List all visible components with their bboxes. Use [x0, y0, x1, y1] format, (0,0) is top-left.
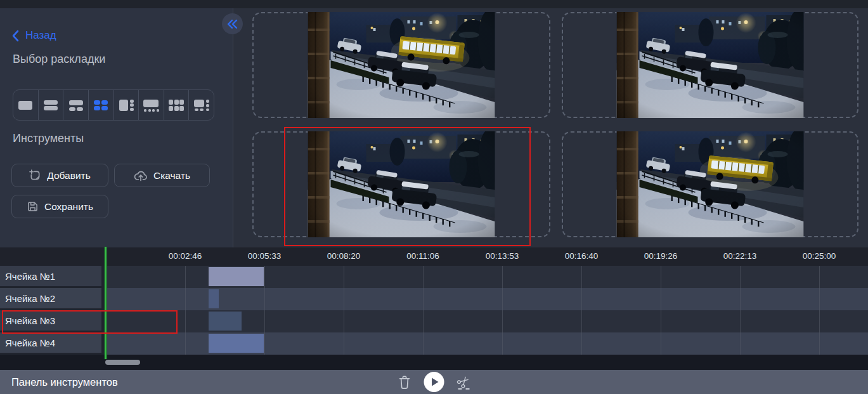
ruler-label: 00:25:00 [803, 251, 836, 261]
layout-option-single[interactable] [13, 90, 38, 120]
bottom-toolbar: Панель инструментов [0, 370, 868, 394]
layout-single-icon [17, 99, 34, 112]
camera-cell-4[interactable] [562, 131, 858, 237]
camera-frame-3 [308, 131, 495, 237]
chevrons-left-icon [226, 18, 239, 30]
timeline-row-4: Ячейка №4 [0, 332, 868, 355]
layout-option-one-plus-three-right[interactable] [113, 90, 139, 120]
tools-section-title: Инструменты [13, 132, 84, 145]
timeline-rows: Ячейка №1 Ячейка №2 Ячейка №3 Ячейка №4 [0, 266, 868, 355]
sidebar-divider [233, 8, 233, 247]
row-label-text: Ячейка №4 [5, 338, 55, 348]
timeline-track-2[interactable] [101, 288, 868, 310]
delete-button[interactable] [398, 374, 411, 390]
trash-icon [398, 374, 411, 390]
cloud-arrow-icon [134, 170, 148, 181]
row-label-cell-4[interactable]: Ячейка №4 [0, 332, 101, 355]
play-icon [424, 372, 444, 392]
layout-one-plus-row-bottom-icon [143, 99, 159, 112]
collapse-sidebar-button[interactable] [222, 13, 243, 34]
timeline-track-1[interactable] [101, 266, 868, 288]
row-label-cell-3[interactable]: Ячейка №3 [0, 310, 101, 332]
camera-frame-2 [617, 12, 804, 118]
layout-option-two-rows[interactable] [38, 90, 63, 120]
layout-option-mosaic[interactable] [188, 90, 214, 120]
window-top-strip [0, 0, 868, 8]
row-label-cell-1[interactable]: Ячейка №1 [0, 266, 101, 288]
scissors-icon [457, 375, 470, 390]
layout-mosaic-icon [193, 99, 210, 112]
row-label-text: Ячейка №2 [5, 293, 55, 304]
camera-frame-4 [617, 131, 804, 237]
timeline-scroll-area [0, 355, 868, 370]
layout-grid-2x2-icon [93, 99, 109, 112]
add-clip-icon [29, 169, 41, 181]
layout-two-rows-icon [42, 99, 59, 112]
timeline-scrollbar[interactable] [105, 360, 140, 365]
ruler-label: 00:02:46 [169, 251, 202, 261]
save-label: Сохранить [44, 201, 93, 213]
layout-one-plus-two-icon [68, 99, 84, 112]
ruler-label: 00:08:20 [327, 251, 361, 261]
cut-button[interactable] [457, 375, 470, 390]
row-label-text: Ячейка №3 [5, 315, 55, 326]
ruler-label: 00:11:06 [406, 251, 439, 261]
back-button[interactable]: Назад [11, 29, 56, 42]
camera-cell-2[interactable] [562, 12, 858, 118]
ruler-label: 00:19:26 [644, 251, 678, 261]
timeline-row-1: Ячейка №1 [0, 266, 868, 288]
timeline-track-4[interactable] [101, 332, 868, 355]
play-button[interactable] [424, 372, 444, 392]
row-label-text: Ячейка №1 [5, 271, 55, 282]
app-root: Назад Выбор раскладки [0, 0, 868, 394]
layout-selector [13, 89, 214, 121]
timeline-ruler[interactable]: 00:02:4600:05:3300:08:2000:11:0600:13:53… [0, 247, 868, 266]
clip-bar-1[interactable] [209, 267, 264, 286]
layout-option-grid-3x2[interactable] [164, 90, 189, 120]
ruler-label: 00:16:40 [565, 251, 599, 261]
add-button[interactable]: Добавить [11, 164, 108, 187]
toolbar-title: Панель инструментов [11, 370, 118, 394]
playhead[interactable] [105, 247, 107, 359]
camera-cell-3[interactable] [252, 131, 550, 237]
timeline-row-3: Ячейка №3 [0, 310, 868, 332]
row-label-cell-2[interactable]: Ячейка №2 [0, 288, 101, 310]
camera-frame-1 [308, 12, 495, 118]
clip-bar-2[interactable] [209, 289, 219, 308]
download-button[interactable]: Скачать [114, 164, 210, 187]
layout-option-grid-2x2[interactable] [88, 90, 113, 120]
layout-option-one-plus-two[interactable] [63, 90, 88, 120]
layout-section-title: Выбор раскладки [13, 53, 105, 66]
clip-bar-3[interactable] [209, 312, 242, 331]
save-button[interactable]: Сохранить [11, 195, 108, 218]
timeline-track-3[interactable] [101, 310, 868, 332]
add-label: Добавить [47, 170, 91, 181]
download-label: Скачать [153, 170, 190, 181]
chevron-left-icon [11, 30, 20, 42]
back-label: Назад [25, 29, 56, 42]
ruler-label: 00:13:53 [486, 251, 519, 261]
toolbar-icons [398, 370, 470, 394]
layout-option-one-plus-row-bottom[interactable] [138, 90, 164, 120]
timeline-row-2: Ячейка №2 [0, 288, 868, 310]
ruler-label: 00:05:33 [248, 251, 282, 261]
camera-cell-1[interactable] [252, 12, 550, 118]
sidebar: Назад Выбор раскладки [0, 8, 233, 247]
clip-bar-4[interactable] [209, 334, 264, 353]
floppy-disk-icon [27, 200, 39, 213]
layout-grid-3x2-icon [168, 99, 185, 112]
layout-one-plus-three-right-icon [118, 99, 134, 112]
ruler-label: 00:22:13 [723, 251, 757, 261]
